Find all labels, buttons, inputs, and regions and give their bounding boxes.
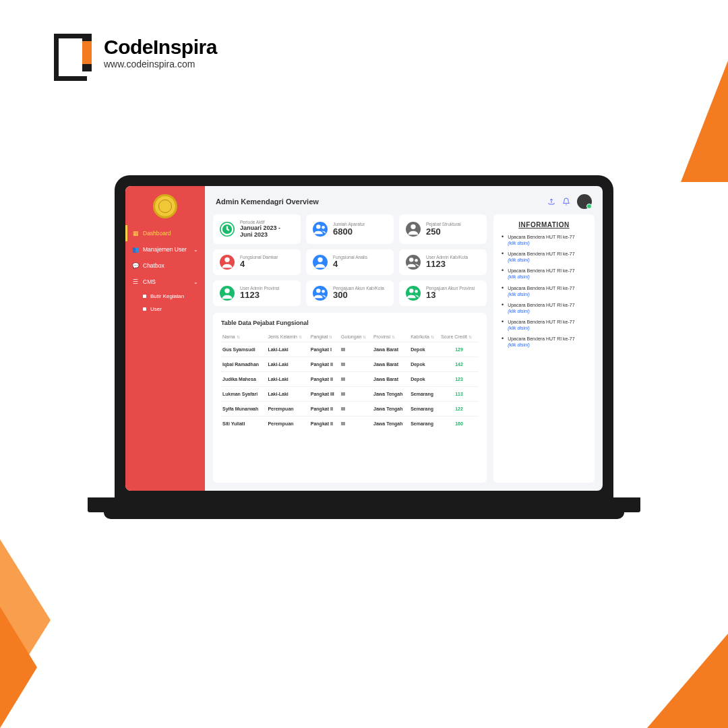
info-text: Upacara Bendera HUT RI ke-77 [508,320,574,324]
table-cell: Pangkat II [309,416,340,431]
table-cell: Pangkat III [309,386,340,401]
sort-icon: ⇅ [363,335,366,339]
app-root: ▦Dashboard👥Manajemen User⌄💬Chatbox☰CMS⌄B… [125,186,603,491]
table-row[interactable]: Syifa MunarwahPerempuanPangkat IIIIIJawa… [221,401,479,416]
sidebar-subitem-butir-kegiatan[interactable]: Butir Kegiatan [125,290,205,303]
info-text: Upacara Bendera HUT RI ke-77 [508,235,574,239]
chevron-down-icon: ⌄ [193,247,198,253]
table-cell: Syifa Munarwah [221,401,266,416]
table-cell: Semarang [409,416,439,431]
card-value: Januari 2023 - Juni 2023 [240,225,294,239]
table-card: Table Data Pejabat Fungsional Nama⇅Jenis… [213,313,487,483]
table-cell: Siti Yuliati [221,416,266,431]
page-title: Admin Kemendagri Overview [216,198,319,206]
stat-card-fungsional-analis: Fungsional Analis4 [306,249,394,275]
table-row[interactable]: Iqbal RamadhanLaki-LakiPangkat IIIIIJawa… [221,357,479,371]
sidebar-item-cms[interactable]: ☰CMS⌄ [125,274,205,290]
sidebar: ▦Dashboard👥Manajemen User⌄💬Chatbox☰CMS⌄B… [125,186,205,491]
table-row[interactable]: Lukman SyafariLaki-LakiPangkat IIIIIIJaw… [221,386,479,401]
table-cell: Perempuan [266,401,309,416]
laptop-base [88,497,640,512]
table-cell: Pangkat II [309,401,340,416]
stat-card-jumlah-aparatur: Jumlah Aparatur6800 [306,214,394,244]
card-value: 6800 [333,227,365,237]
info-link[interactable]: (klik disini) [508,326,530,330]
table-cell: Jawa Barat [372,357,409,371]
sort-icon: ⇅ [237,335,240,339]
export-icon[interactable] [547,198,555,206]
info-link[interactable]: (klik disini) [508,241,530,245]
table-cell: Judika Mahesa [221,371,266,386]
info-link[interactable]: (klik disini) [508,274,530,279]
table-header[interactable]: Provinsi⇅ [372,332,409,342]
table-cell: Jawa Tengah [372,386,409,401]
table-cell: Laki-Laki [266,357,309,371]
sidebar-item-dashboard[interactable]: ▦Dashboard [125,225,205,241]
stat-card-pengajuan-akun-provinsi: Pengajuan Akun Provinsi13 [399,280,487,306]
sort-icon: ⇅ [431,335,434,339]
table-header[interactable]: Score Credit⇅ [439,332,479,342]
brand-logo-icon [54,34,92,71]
table-cell: 123 [439,371,479,386]
table-cell: Semarang [409,401,439,416]
table-row[interactable]: Gus SyamsudiLaki-LakiPangkat IIIIJawa Ba… [221,342,479,357]
card-icon [406,255,421,270]
nav-icon: 👥 [132,246,139,253]
sidebar-item-chatbox[interactable]: 💬Chatbox [125,257,205,274]
info-item: Upacara Bendera HUT RI ke-77(klik disini… [502,319,586,331]
chevron-down-icon: ⌄ [193,279,198,285]
nav-label: CMS [143,278,156,285]
table-cell: III [340,357,372,371]
svg-point-10 [322,290,325,293]
sort-icon: ⇅ [329,335,332,339]
table-cell: Jawa Tengah [372,401,409,416]
data-table: Nama⇅Jenis Kelamin⇅Pangkat⇅Golongan⇅Prov… [221,332,479,431]
notification-icon[interactable] [562,198,570,206]
stat-card-fungsional-damkar: Fungsional Damkar4 [213,249,301,275]
nav-label: Dashboard [143,230,171,237]
info-link[interactable]: (klik disini) [508,257,530,262]
table-cell: Lukman Syafari [221,386,266,401]
table-row[interactable]: Judika MahesaLaki-LakiPangkat IIIIIJawa … [221,371,479,386]
decor-triangle-top-right [681,61,728,182]
info-link[interactable]: (klik disini) [508,342,530,347]
info-item: Upacara Bendera HUT RI ke-77(klik disini… [502,336,586,348]
stat-card-pejabat-struktural: Pejabat Struktural250 [399,214,487,244]
card-value: 4 [333,260,367,269]
sidebar-item-manajemen-user[interactable]: 👥Manajemen User⌄ [125,241,205,257]
laptop-mockup: ▦Dashboard👥Manajemen User⌄💬Chatbox☰CMS⌄B… [115,175,613,512]
stat-card-user-admin-provinsi: User Admin Provinsi1123 [213,280,301,306]
sidebar-subitem-user[interactable]: User [125,303,205,315]
stats-cards: Periode AktifJanuari 2023 - Juni 2023Jum… [213,214,487,306]
info-item: Upacara Bendera HUT RI ke-77(klik disini… [502,251,586,263]
info-link[interactable]: (klik disini) [508,292,530,297]
table-cell: III [340,416,372,431]
table-header[interactable]: Kab/kota⇅ [409,332,439,342]
nav-label: Manajemen User [143,246,187,253]
table-header[interactable]: Pangkat⇅ [309,332,340,342]
card-icon [220,286,235,301]
card-icon [406,286,421,301]
table-cell: Pangkat II [309,371,340,386]
card-label: Fungsional Analis [333,255,367,260]
brand-url: www.codeinspira.com [104,59,217,69]
table-cell: III [340,386,372,401]
nav-icon: ▦ [132,230,139,237]
info-text: Upacara Bendera HUT RI ke-77 [508,336,574,341]
card-value: 1123 [240,291,280,300]
table-header[interactable]: Golongan⇅ [340,332,372,342]
svg-point-1 [316,224,320,229]
info-text: Upacara Bendera HUT RI ke-77 [508,286,574,291]
avatar[interactable] [577,194,592,209]
table-cell: Jawa Barat [372,342,409,357]
info-link[interactable]: (klik disini) [508,309,530,313]
table-header[interactable]: Nama⇅ [221,332,266,342]
svg-point-7 [415,259,418,262]
card-icon [313,255,328,270]
table-cell: 122 [439,401,479,416]
table-cell: Semarang [409,386,439,401]
card-icon [313,286,328,301]
card-label: Fungsional Damkar [240,255,278,260]
table-header[interactable]: Jenis Kelamin⇅ [266,332,309,342]
table-row[interactable]: Siti YuliatiPerempuanPangkat IIIIIJawa T… [221,416,479,431]
